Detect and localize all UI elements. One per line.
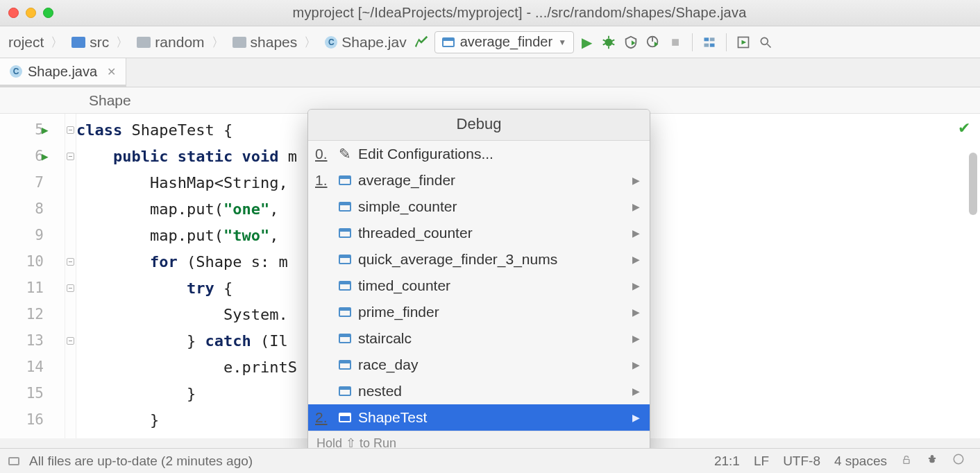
- line-number[interactable]: 16: [0, 406, 65, 433]
- status-message: All files are up-to-date (2 minutes ago): [29, 454, 253, 469]
- run-configuration-selector[interactable]: average_finder ▼: [434, 31, 574, 53]
- item-label: staircalc: [358, 330, 412, 347]
- build-button[interactable]: [412, 33, 432, 52]
- fold-column[interactable]: [65, 114, 76, 438]
- item-label: ShapeTest: [358, 409, 427, 426]
- debug-config-item[interactable]: 2.ShapeTest▶: [308, 404, 650, 431]
- edit-configurations-item[interactable]: 0. ✎ Edit Configurations...: [308, 141, 650, 167]
- line-number[interactable]: 5▶: [0, 117, 65, 143]
- folder-icon: [137, 37, 151, 48]
- submenu-arrow-icon: ▶: [632, 412, 640, 423]
- breadcrumb-project[interactable]: roject〉: [6, 33, 69, 52]
- line-number[interactable]: 15: [0, 380, 65, 406]
- profile-button[interactable]: [643, 33, 663, 52]
- application-icon: [339, 202, 351, 212]
- fold-toggle-icon[interactable]: [67, 153, 74, 160]
- debug-config-item[interactable]: race_day▶: [308, 352, 650, 378]
- search-everywhere-button[interactable]: [756, 33, 775, 52]
- breadcrumb-shapes[interactable]: shapes〉: [230, 33, 323, 52]
- zoom-window-button[interactable]: [43, 8, 53, 18]
- memory-indicator-icon[interactable]: [952, 453, 965, 469]
- debug-popup: Debug 0. ✎ Edit Configurations... 1.aver…: [307, 109, 650, 457]
- svg-point-13: [761, 37, 768, 44]
- application-icon: [339, 281, 351, 291]
- fold-cell: [65, 275, 76, 301]
- fold-cell: [65, 169, 76, 196]
- item-number: 1.: [315, 172, 332, 189]
- debug-config-item[interactable]: prime_finder▶: [308, 299, 650, 325]
- fold-cell: [65, 196, 76, 222]
- run-configuration-label: average_finder: [460, 34, 552, 50]
- line-number[interactable]: 13: [0, 327, 65, 354]
- debug-button[interactable]: [599, 33, 618, 52]
- item-number: 0.: [315, 146, 332, 162]
- popup-title: Debug: [308, 110, 650, 141]
- item-label: average_finder: [358, 172, 455, 189]
- fold-toggle-icon[interactable]: [67, 258, 74, 266]
- breadcrumb-random[interactable]: random〉: [134, 33, 229, 52]
- submenu-arrow-icon: ▶: [632, 333, 640, 344]
- readonly-lock-icon[interactable]: [901, 454, 912, 469]
- inspector-icon[interactable]: [926, 453, 938, 469]
- debug-config-item[interactable]: staircalc▶: [308, 325, 650, 352]
- close-tab-icon[interactable]: ✕: [107, 65, 116, 78]
- line-number[interactable]: 8: [0, 196, 65, 222]
- debug-config-item[interactable]: 1.average_finder▶: [308, 167, 650, 194]
- editor-breadcrumb-item[interactable]: Shape: [89, 92, 131, 109]
- close-window-button[interactable]: [8, 8, 19, 18]
- file-encoding[interactable]: UTF-8: [783, 454, 820, 469]
- fold-toggle-icon[interactable]: [67, 126, 74, 134]
- line-number[interactable]: 14: [0, 354, 65, 380]
- run-button[interactable]: ▶: [577, 33, 596, 52]
- run-gutter-icon[interactable]: ▶: [42, 150, 49, 163]
- debug-config-item[interactable]: timed_counter▶: [308, 273, 650, 299]
- line-number[interactable]: 12: [0, 301, 65, 327]
- main-toolbar: roject〉 src〉 random〉 shapes〉 C Shape.jav…: [0, 26, 980, 58]
- fold-toggle-icon[interactable]: [67, 337, 74, 345]
- debug-config-item[interactable]: quick_average_finder_3_nums▶: [308, 246, 650, 273]
- fold-cell: [65, 143, 76, 169]
- line-number[interactable]: 11: [0, 275, 65, 301]
- indent-setting[interactable]: 4 spaces: [834, 454, 887, 469]
- submenu-arrow-icon: ▶: [632, 359, 640, 370]
- scrollbar-thumb[interactable]: [969, 153, 977, 215]
- folder-icon: [71, 37, 85, 48]
- tab-shape-java[interactable]: C Shape.java ✕: [0, 58, 126, 87]
- run-gutter-icon[interactable]: ▶: [42, 123, 49, 137]
- item-label: threaded_counter: [358, 225, 473, 241]
- project-structure-button[interactable]: [700, 33, 719, 52]
- item-label: Edit Configurations...: [358, 146, 493, 162]
- application-icon: [339, 175, 351, 185]
- line-number[interactable]: 7: [0, 169, 65, 196]
- breadcrumb-src[interactable]: src〉: [69, 33, 134, 52]
- fold-cell: [65, 380, 76, 406]
- sdk-button[interactable]: [734, 33, 753, 52]
- line-separator[interactable]: LF: [754, 454, 769, 469]
- stop-button[interactable]: ■: [666, 33, 685, 52]
- caret-position[interactable]: 21:1: [714, 454, 740, 469]
- svg-rect-9: [710, 37, 715, 41]
- chevron-down-icon: ▼: [558, 37, 566, 47]
- fold-toggle-icon[interactable]: [67, 284, 74, 292]
- breadcrumb-file[interactable]: C Shape.jav: [322, 33, 409, 52]
- java-class-icon: C: [325, 36, 337, 49]
- debug-config-item[interactable]: threaded_counter▶: [308, 220, 650, 246]
- svg-point-0: [605, 38, 613, 46]
- line-number[interactable]: 9: [0, 222, 65, 248]
- svg-line-5: [603, 43, 606, 44]
- svg-rect-15: [904, 459, 909, 463]
- svg-rect-11: [710, 43, 715, 46]
- titlebar: myproject [~/IdeaProjects/myproject] - .…: [0, 0, 980, 26]
- debug-config-item[interactable]: nested▶: [308, 378, 650, 404]
- breadcrumb-label: random: [155, 34, 204, 51]
- minimize-window-button[interactable]: [26, 8, 36, 18]
- debug-config-item[interactable]: simple_counter▶: [308, 194, 650, 220]
- coverage-button[interactable]: [621, 33, 641, 52]
- svg-line-4: [612, 40, 615, 41]
- line-number[interactable]: 6▶: [0, 143, 65, 169]
- line-number[interactable]: 10: [0, 248, 65, 275]
- tool-window-toggle-icon[interactable]: [8, 457, 19, 465]
- line-number-gutter[interactable]: 5▶6▶78910111213141516: [0, 114, 65, 438]
- inspection-ok-icon[interactable]: ✔: [958, 119, 970, 137]
- submenu-arrow-icon: ▶: [632, 175, 640, 186]
